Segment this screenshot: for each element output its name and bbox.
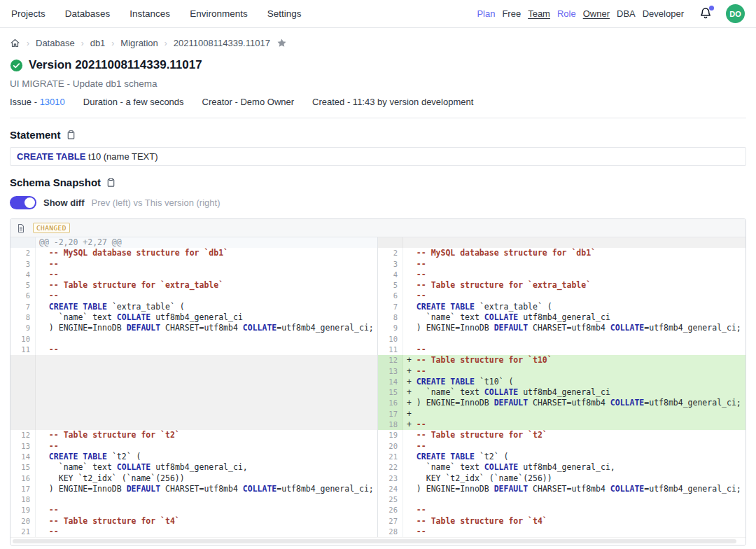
diff-code-line: KEY `t2_idx` (`name`(256))	[403, 473, 746, 484]
line-number: 14	[378, 377, 403, 387]
nav-right-plan[interactable]: Plan	[477, 8, 495, 19]
line-number: 22	[378, 462, 403, 473]
sql-token: --	[416, 419, 426, 429]
breadcrumb-items: ›Database›db1›Migration›20211008114339.1…	[27, 38, 270, 48]
diff-code-line: ) ENGINE=InnoDB DEFAULT CHARSET=utf8mb4 …	[36, 484, 377, 494]
diff-hscrollbar[interactable]	[10, 537, 746, 545]
sql-token: --	[49, 291, 59, 300]
line-number: 14	[10, 452, 36, 462]
diff-marker	[407, 345, 416, 354]
line-number	[10, 387, 36, 398]
diff-marker	[407, 291, 416, 300]
nav-item-databases[interactable]: Databases	[65, 8, 111, 19]
diff-code-line: -- MySQL database structure for `db1`	[36, 248, 377, 258]
sql-token: CHARSET=utf8mb4	[528, 323, 610, 333]
line-number: 7	[378, 302, 403, 312]
sql-token: ) ENGINE=InnoDB	[49, 484, 127, 494]
line-number: 21	[10, 527, 36, 537]
line-number: 17	[378, 409, 403, 419]
diff-pane-this[interactable]: 2 -- MySQL database structure for `db1`3…	[378, 237, 746, 537]
line-number: 25	[378, 494, 403, 505]
diff-row-prev: 3 --	[10, 259, 377, 270]
statement-code[interactable]: CREATE TABLE t10 (name TEXT)	[10, 147, 746, 166]
nav-item-settings[interactable]: Settings	[267, 8, 302, 19]
notifications-button[interactable]	[699, 7, 713, 21]
diff-code-line: + -- Table structure for `t10`	[403, 355, 746, 366]
diff-code-line	[36, 387, 377, 398]
copy-icon[interactable]	[66, 130, 76, 140]
line-number: 3	[10, 259, 36, 270]
nav-right-dba[interactable]: DBA	[617, 8, 636, 19]
nav-item-instances[interactable]: Instances	[130, 8, 170, 19]
line-number: 4	[10, 270, 36, 280]
diff-marker	[39, 505, 49, 515]
sql-token: `t2` (	[107, 452, 141, 461]
copy-icon[interactable]	[106, 177, 116, 188]
line-number	[10, 377, 36, 387]
line-number: 10	[10, 334, 36, 345]
sql-token: =utf8mb4_general_ci;	[644, 484, 741, 494]
diff-marker	[407, 527, 416, 536]
sql-token: --	[416, 441, 426, 451]
diff-code-line: +	[403, 409, 746, 419]
nav-right-team[interactable]: Team	[528, 8, 550, 19]
line-number: 26	[378, 505, 403, 515]
breadcrumb-item[interactable]: Migration	[120, 38, 158, 48]
line-number: 6	[378, 291, 403, 301]
diff-row-this: 7 CREATE TABLE `extra_table` (	[378, 302, 746, 312]
nav-right-developer[interactable]: Developer	[643, 8, 684, 19]
diff-row-prev: @@ -2,20 +2,27 @@	[10, 237, 377, 248]
breadcrumb-item[interactable]: Database	[36, 38, 75, 48]
breadcrumb-separator: ›	[164, 39, 167, 48]
diff-marker	[407, 248, 416, 258]
nav-right-owner[interactable]: Owner	[583, 8, 610, 19]
breadcrumb: ›Database›db1›Migration›20211008114339.1…	[10, 38, 746, 48]
diff-row-this: 28 --	[378, 527, 746, 537]
nav-right-free[interactable]: Free	[502, 8, 521, 19]
diff-row-prev: 21 --	[10, 527, 377, 537]
breadcrumb-item[interactable]: db1	[90, 38, 106, 48]
sql-token: `name` text	[49, 462, 117, 472]
diff-row-this: 15+ `name` text COLLATE utf8mb4_general_…	[378, 387, 746, 398]
show-diff-toggle[interactable]	[10, 196, 36, 209]
page-title: Version 20211008114339.11017	[29, 58, 202, 72]
sql-token: CHARSET=utf8mb4	[160, 323, 243, 333]
diff-row-prev: 7 CREATE TABLE `extra_table` (	[10, 302, 377, 312]
nav-right-role[interactable]: Role	[557, 8, 576, 19]
avatar[interactable]: DO	[726, 4, 745, 23]
diff-row-this: 19 -- Table structure for `t2`	[378, 430, 746, 440]
sql-token: CHARSET=utf8mb4	[528, 484, 610, 494]
line-number: 8	[10, 312, 36, 323]
line-number: 4	[378, 270, 403, 280]
diff-code-line: -- Table structure for `extra_table`	[36, 280, 377, 291]
status-badge: CHANGED	[33, 223, 70, 233]
diff-pane-prev[interactable]: @@ -2,20 +2,27 @@2 -- MySQL database str…	[10, 237, 378, 537]
diff-row-this: 11 --	[378, 345, 746, 355]
diff-code-line: --	[36, 345, 377, 355]
diff-row-this: 26 --	[378, 505, 746, 515]
line-number	[10, 355, 36, 366]
sql-token: CREATE TABLE	[416, 452, 475, 461]
diff-code-line: CREATE TABLE `extra_table` (	[403, 302, 746, 312]
diff-marker	[39, 430, 49, 440]
nav-item-projects[interactable]: Projects	[11, 8, 46, 19]
diff-code-line: -- Table structure for `t2`	[403, 430, 746, 440]
sql-token: utf8mb4_general_ci	[150, 312, 243, 322]
scrollbar-thumb[interactable]	[13, 539, 736, 543]
diff-code-line: KEY `t2_idx` (`name`(256))	[36, 473, 377, 484]
breadcrumb-item[interactable]: 20211008114339.11017	[174, 38, 270, 48]
star-icon[interactable]	[276, 38, 287, 48]
home-icon[interactable]	[10, 38, 20, 48]
line-number: 5	[378, 280, 403, 291]
diff-row-this: 22 `name` text COLLATE utf8mb4_general_c…	[378, 462, 746, 473]
issue-link[interactable]: 13010	[40, 97, 65, 107]
sql-token: ) ENGINE=InnoDB	[49, 323, 127, 333]
sql-token: --	[49, 527, 59, 536]
sql-token: COLLATE	[610, 398, 644, 408]
line-number: 11	[10, 345, 36, 355]
sql-token: -- Table structure for `t4`	[416, 516, 547, 526]
nav-item-environments[interactable]: Environments	[190, 8, 248, 19]
diff-row-this	[378, 237, 746, 248]
diff-code-line: CREATE TABLE `t2` (	[36, 452, 377, 462]
sql-token: -- Table structure for `t4`	[49, 516, 180, 526]
